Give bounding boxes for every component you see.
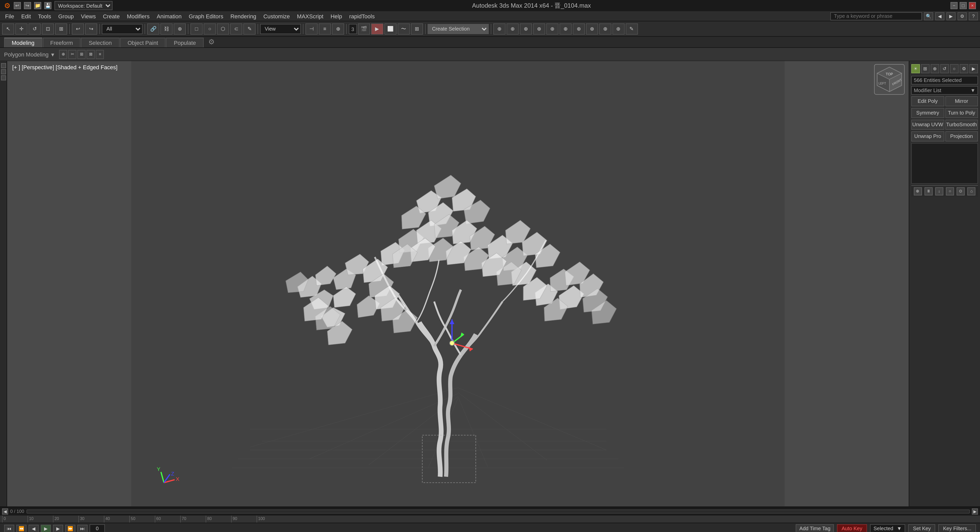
menu-item-rapidtools[interactable]: rapidTools [346, 12, 378, 20]
panel-icon-light[interactable]: ☀ [911, 64, 920, 73]
search-nav-3[interactable]: ⚙ [958, 12, 967, 20]
create-selection-dropdown[interactable]: Create Selection [428, 24, 488, 34]
panel-icon-modifier[interactable]: ⊞ [921, 64, 929, 73]
auto-key-btn[interactable]: Auto Key [837, 524, 867, 532]
ribbon-sm-btn-2[interactable]: ✂ [68, 50, 76, 59]
menu-item-help[interactable]: Help [328, 12, 345, 20]
toolbar-curve-editor-btn[interactable]: 〜 [398, 23, 410, 34]
tab-populate[interactable]: Populate [166, 38, 204, 48]
toolbar-scale2-btn[interactable]: ⊞ [55, 23, 67, 34]
toolbar-render-setup-btn[interactable]: 🎬 [358, 23, 370, 34]
toolbar-fence-sel-btn[interactable]: ⬡ [217, 23, 229, 34]
toolbar-material-btn[interactable]: ⬜ [384, 23, 396, 34]
toolbar-extra-7[interactable]: ⊕ [573, 23, 585, 34]
toolbar-extra-3[interactable]: ⊕ [520, 23, 532, 34]
menu-item-graph-editors[interactable]: Graph Editors [186, 12, 226, 20]
menu-item-edit[interactable]: Edit [18, 12, 34, 20]
timeline-scroll-left[interactable]: ◀ [2, 508, 8, 515]
selected-dropdown[interactable]: Selected ▼ [870, 524, 905, 532]
tab-modeling[interactable]: Modeling [4, 38, 42, 48]
panel-bottom-icon-1[interactable]: ⊕ [913, 187, 922, 195]
toolbar-circ-sel-btn[interactable]: ○ [204, 23, 216, 34]
quick-access-redo[interactable]: ↪ [24, 2, 31, 9]
toolbar-rotate-btn[interactable]: ↺ [29, 23, 41, 34]
toolbar-unlink-btn[interactable]: ⛓ [161, 23, 173, 34]
playback-next-frame[interactable]: ▶ [53, 524, 63, 532]
nav-cube[interactable]: TOP FRONT LEFT [874, 64, 905, 95]
viewport[interactable]: [+ ] [Perspective] [Shaded + Edged Faces… [7, 61, 909, 507]
edit-poly-btn[interactable]: Edit Poly [911, 96, 944, 106]
toolbar-paint-sel-btn[interactable]: ✎ [243, 23, 256, 34]
menu-item-maxscript[interactable]: MAXScript [294, 12, 326, 20]
toolbar-select-btn[interactable]: ↖ [2, 23, 14, 34]
toolbar-schematic-btn[interactable]: ⊞ [411, 23, 423, 34]
panel-bottom-icon-6[interactable]: ⌂ [967, 187, 976, 195]
toolbar-align-btn[interactable]: ≡ [319, 23, 331, 34]
toolbar-extra-5[interactable]: ⊕ [546, 23, 558, 34]
tab-options[interactable]: ⚙ [204, 36, 219, 48]
search-nav-4[interactable]: ? [969, 12, 978, 20]
quick-access-undo[interactable]: ↩ [14, 2, 21, 9]
view-dropdown[interactable]: View [260, 24, 301, 34]
search-input[interactable] [830, 12, 922, 20]
panel-bottom-icon-2[interactable]: ⏸ [924, 187, 933, 195]
ribbon-poly-dropdown[interactable]: ▼ [50, 52, 55, 57]
left-panel-btn-1[interactable] [1, 63, 6, 68]
turn-to-poly-btn[interactable]: Turn to Poly [945, 108, 978, 118]
mirror-btn[interactable]: Mirror [945, 96, 978, 106]
key-filters-btn[interactable]: Key Filters... [939, 524, 976, 532]
panel-bottom-icon-4[interactable]: ○ [946, 187, 954, 195]
timeline-scroll-right[interactable]: ▶ [972, 508, 978, 515]
menu-item-modifiers[interactable]: Modifiers [124, 12, 153, 20]
playback-play[interactable]: ▶ [41, 524, 51, 532]
ribbon-sm-btn-4[interactable]: ⊠ [87, 50, 95, 59]
menu-item-tools[interactable]: Tools [35, 12, 54, 20]
search-nav-2[interactable]: ▶ [947, 12, 956, 20]
toolbar-redo-btn[interactable]: ↪ [85, 23, 97, 34]
tab-freeform[interactable]: Freeform [43, 38, 80, 48]
menu-item-create[interactable]: Create [100, 12, 123, 20]
quick-access-open[interactable]: 📁 [34, 2, 41, 9]
toolbar-extra-6[interactable]: ⊕ [559, 23, 571, 34]
viewport-corner[interactable]: TOP FRONT LEFT [874, 64, 905, 95]
toolbar-scale-btn[interactable]: ⊡ [42, 23, 54, 34]
toolbar-move-btn[interactable]: ✛ [15, 23, 27, 34]
timeline-scroll-track[interactable] [26, 509, 970, 513]
toolbar-extra-10[interactable]: ⊕ [612, 23, 625, 34]
panel-icon-display[interactable]: ○ [950, 64, 959, 73]
playback-next-key[interactable]: ⏩ [65, 524, 75, 532]
toolbar-snap-icon[interactable]: ✎ [625, 23, 638, 34]
search-nav-1[interactable]: ◀ [935, 12, 944, 20]
panel-icon-utilities[interactable]: ⚙ [959, 64, 968, 73]
toolbar-extra-2[interactable]: ⊕ [506, 23, 519, 34]
panel-icon-hierarchy[interactable]: ⊕ [931, 64, 939, 73]
unwrap-pro-btn[interactable]: Unwrap Pro [911, 131, 944, 141]
projection-btn[interactable]: Projection [945, 131, 978, 141]
playback-prev-key[interactable]: ⏪ [16, 524, 27, 532]
modifier-list-dropdown[interactable]: Modifier List ▼ [911, 86, 978, 95]
toolbar-extra-8[interactable]: ⊕ [586, 23, 598, 34]
set-key-btn[interactable]: Set Key [908, 524, 935, 532]
menu-item-animation[interactable]: Animation [154, 12, 185, 20]
ribbon-sm-btn-3[interactable]: ⊞ [78, 50, 86, 59]
menu-item-customize[interactable]: Customize [260, 12, 293, 20]
toolbar-snap-btn[interactable]: ⊕ [332, 23, 344, 34]
panel-icon-expand[interactable]: ▶ [969, 64, 978, 73]
playback-prev-frame[interactable]: ◀ [29, 524, 39, 532]
symmetry-btn[interactable]: Symmetry [911, 108, 944, 118]
left-panel-btn-2[interactable] [1, 69, 6, 74]
toolbar-undo-btn[interactable]: ↩ [72, 23, 84, 34]
tab-selection[interactable]: Selection [81, 38, 119, 48]
tab-object-paint[interactable]: Object Paint [120, 38, 166, 48]
toolbar-lasso-sel-btn[interactable]: ⊂ [230, 23, 242, 34]
ribbon-sm-btn-5[interactable]: ≡ [96, 50, 104, 59]
toolbar-mirror-btn[interactable]: ⊣ [305, 23, 318, 34]
unwrap-uvw-btn[interactable]: Unwrap UVW [911, 120, 944, 130]
playback-go-end[interactable]: ⏭ [77, 524, 88, 532]
menu-item-group[interactable]: Group [55, 12, 77, 20]
panel-bottom-icon-5[interactable]: ⊙ [956, 187, 965, 195]
menu-item-views[interactable]: Views [78, 12, 99, 20]
toolbar-extra-9[interactable]: ⊕ [599, 23, 611, 34]
minimize-button[interactable]: − [950, 2, 958, 9]
toolbar-rect-sel-btn[interactable]: □ [191, 23, 203, 34]
